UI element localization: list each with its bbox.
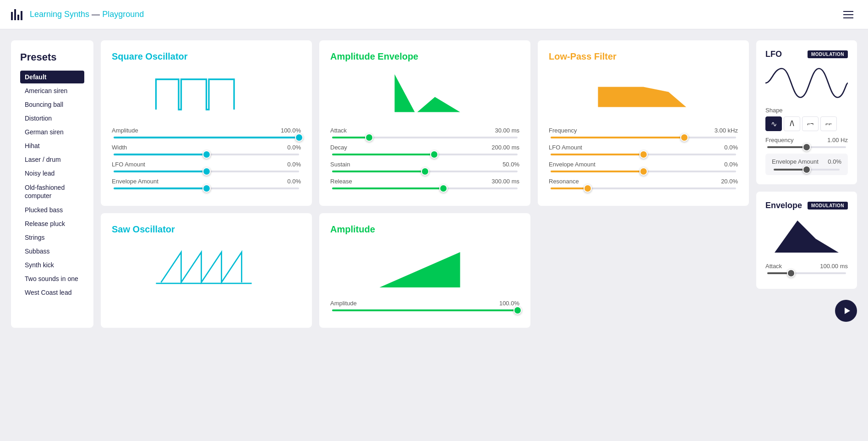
lpf-controls-row-0: Frequency3.00 kHz (549, 127, 738, 138)
preset-item-15[interactable]: West Coast lead (20, 286, 84, 299)
amp-env-controls-thumb-2[interactable] (421, 167, 429, 176)
square-osc-controls-track-0 (114, 137, 299, 138)
presets-title: Presets (20, 51, 84, 63)
lpf-controls-track-3 (551, 187, 736, 189)
amplitude-card: Amplitude Amplitude100.0% (319, 213, 530, 328)
lpf-controls-thumb-3[interactable] (584, 184, 592, 193)
preset-item-10[interactable]: Release pluck (20, 217, 84, 230)
square-osc-controls-fill-1 (114, 154, 207, 155)
preset-item-11[interactable]: Strings (20, 231, 84, 244)
square-osc-controls-header-3: Envelope Amount0.0% (112, 178, 301, 185)
preset-item-1[interactable]: American siren (20, 84, 84, 97)
square-osc-controls-track-3 (114, 187, 299, 189)
amplitude-controls-thumb-0[interactable] (513, 306, 522, 314)
envelope-attack-header: Attack 100.00 ms (765, 263, 848, 270)
app-title-text: Learning Synths (30, 10, 89, 19)
square-osc-controls-thumb-1[interactable] (202, 150, 211, 159)
envelope-vis-svg (765, 216, 848, 257)
amp-env-controls-row-3: Release300.00 ms (330, 178, 519, 189)
lfo-frequency-thumb[interactable] (802, 143, 811, 151)
amplitude-controls-label-0: Amplitude (330, 300, 357, 307)
envelope-attack-row: Attack 100.00 ms (765, 263, 848, 274)
lpf-controls-row-1: LFO Amount0.0% (549, 144, 738, 155)
app-title: Learning Synths — Playground (30, 10, 144, 19)
preset-item-9[interactable]: Plucked bass (20, 204, 84, 216)
preset-item-12[interactable]: Subbass (20, 245, 84, 258)
lpf-controls-header-0: Frequency3.00 kHz (549, 127, 738, 134)
lfo-badge: MODULATION (808, 50, 848, 58)
square-osc-controls-thumb-2[interactable] (202, 167, 211, 176)
amp-env-controls-label-1: Decay (330, 144, 347, 151)
lpf-controls-header-3: Resonance20.0% (549, 178, 738, 185)
lpf-controls-value-0: 3.00 kHz (715, 127, 738, 134)
hamburger-line-1 (843, 11, 853, 12)
preset-item-8[interactable]: Old-fashioned computer (20, 181, 84, 203)
amplitude-svg (330, 242, 519, 292)
amp-env-controls-thumb-3[interactable] (439, 184, 448, 193)
lpf-controls-thumb-2[interactable] (639, 167, 648, 176)
lfo-frequency-row: Frequency 1.00 Hz (765, 137, 848, 148)
envelope-badge: MODULATION (808, 202, 848, 209)
square-osc-controls-label-1: Width (112, 144, 127, 151)
square-wave-line (156, 79, 235, 110)
saw-oscillator-card: Saw Oscillator (101, 213, 312, 328)
preset-item-7[interactable]: Noisy lead (20, 167, 84, 180)
play-button[interactable] (835, 300, 857, 322)
lfo-frequency-track (767, 146, 846, 148)
lpf-controls-fill-0 (551, 137, 684, 138)
envelope-attack-value: 100.00 ms (820, 263, 848, 270)
envelope-attack-thumb[interactable] (787, 269, 795, 277)
lfo-env-amount-thumb[interactable] (802, 165, 811, 174)
hamburger-line-2 (843, 14, 853, 15)
logo-bars (11, 9, 22, 20)
envelope-attack-label: Attack (765, 263, 782, 270)
square-osc-controls-value-2: 0.0% (287, 161, 301, 168)
square-osc-controls-header-2: LFO Amount0.0% (112, 161, 301, 168)
shape-sine-button[interactable]: ∿ (765, 116, 782, 131)
amp-envelope-display (330, 69, 519, 120)
shape-stepped-button[interactable]: ⌐⌐ (820, 116, 837, 131)
lpf-controls-value-1: 0.0% (724, 144, 738, 151)
preset-item-2[interactable]: Bouncing ball (20, 98, 84, 111)
square-osc-controls-fill-0 (114, 137, 299, 138)
preset-item-14[interactable]: Two sounds in one (20, 272, 84, 285)
menu-button[interactable] (840, 7, 857, 22)
lpf-controls-track-2 (551, 171, 736, 172)
lpf-controls-label-1: LFO Amount (549, 144, 582, 151)
amp-env-controls-label-0: Attack (330, 127, 347, 134)
amp-env-controls-thumb-1[interactable] (430, 150, 438, 159)
saw-wave-line (161, 252, 242, 282)
amp-env-controls-fill-2 (332, 171, 425, 172)
lpf-controls-row-3: Resonance20.0% (549, 178, 738, 189)
preset-item-3[interactable]: Distortion (20, 112, 84, 125)
lpf-controls-thumb-1[interactable] (639, 150, 648, 159)
preset-item-6[interactable]: Laser / drum (20, 153, 84, 166)
low-pass-filter-card: Low-Pass Filter Frequency3.00 kHzLFO Amo… (538, 40, 749, 206)
lpf-controls-thumb-0[interactable] (680, 133, 688, 142)
shape-triangle-button[interactable]: /\ (784, 116, 800, 131)
square-osc-controls-thumb-0[interactable] (295, 133, 303, 142)
square-osc-controls-row-1: Width0.0% (112, 144, 301, 155)
shape-square-button[interactable]: ⌐¬ (802, 116, 819, 131)
lfo-card: LFO MODULATION Shape ∿ /\ ⌐¬ ⌐⌐ Fr (756, 40, 857, 184)
preset-item-5[interactable]: Hihat (20, 139, 84, 152)
square-osc-controls-thumb-3[interactable] (202, 184, 211, 193)
header-separator: — (92, 10, 102, 19)
square-oscillator-card: Square Oscillator Amplitude100.0%Width0.… (101, 40, 312, 206)
amp-env-controls-thumb-0[interactable] (365, 133, 373, 142)
right-panel: LFO MODULATION Shape ∿ /\ ⌐¬ ⌐⌐ Fr (756, 40, 857, 328)
preset-item-13[interactable]: Synth kick (20, 259, 84, 271)
svg-marker-0 (845, 308, 850, 314)
header-left: Learning Synths — Playground (11, 9, 144, 20)
amplitude-shape (380, 252, 460, 287)
preset-item-0[interactable]: Default (20, 71, 84, 83)
lfo-frequency-header: Frequency 1.00 Hz (765, 137, 848, 143)
square-osc-controls-row-2: LFO Amount0.0% (112, 161, 301, 172)
app-header: Learning Synths — Playground (0, 0, 868, 29)
amp-env-controls-row-1: Decay200.00 ms (330, 144, 519, 155)
lpf-controls-label-3: Resonance (549, 178, 579, 185)
preset-item-4[interactable]: German siren (20, 126, 84, 138)
logo-bar-4 (21, 11, 22, 20)
amp-env-controls-row-2: Sustain50.0% (330, 161, 519, 172)
square-osc-controls-row-3: Envelope Amount0.0% (112, 178, 301, 189)
